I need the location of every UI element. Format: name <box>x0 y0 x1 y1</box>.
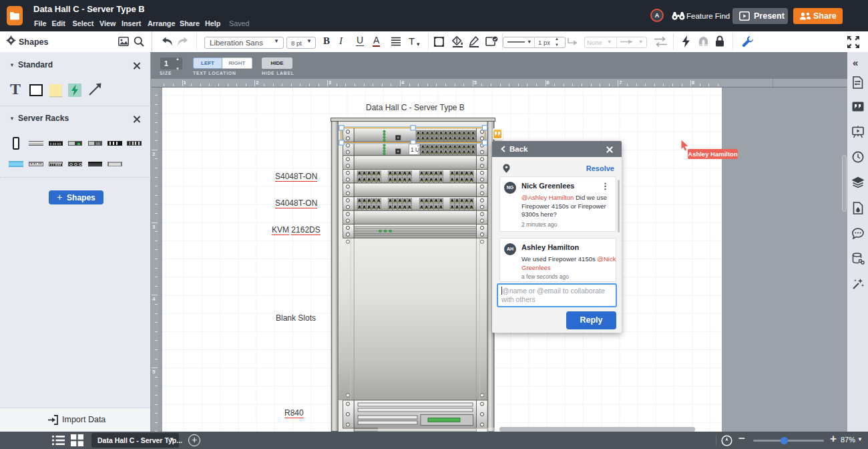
svg-text:1 U: 1 U <box>411 146 419 153</box>
